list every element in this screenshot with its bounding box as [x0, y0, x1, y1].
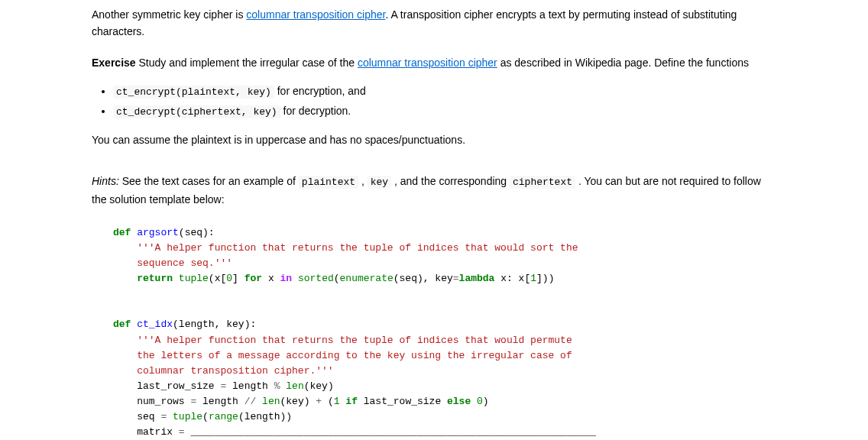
docstring: '''A helper function that returns the tu… — [137, 335, 572, 346]
plaintext-assumption: You can assume the plaintext is in upper… — [92, 131, 776, 148]
code-text: (key) — [304, 380, 334, 392]
kw-else: else — [447, 396, 471, 407]
num-one: 1 — [334, 396, 340, 407]
builtin-tuple: tuple — [173, 411, 202, 422]
code-ct-decrypt: ct_decrypt(ciphertext, key) — [113, 105, 280, 118]
code-blank-line: ________________________________________… — [185, 426, 596, 438]
hints-b: , — [358, 175, 368, 187]
exercise-pre: Study and implement the irregular case o… — [136, 57, 358, 69]
code-text: num_rows — [137, 396, 190, 407]
li2-text: for decryption. — [280, 105, 351, 117]
spacer — [92, 159, 776, 173]
li1-text: for encryption, and — [274, 85, 366, 97]
code-text: ] — [232, 273, 245, 284]
list-item: ct_decrypt(ciphertext, key) for decrypti… — [113, 102, 776, 121]
link-columnar-cipher-1[interactable]: columnar transposition cipher — [246, 8, 385, 21]
op-eq: = — [160, 411, 167, 422]
docstring: the letters of a message according to th… — [137, 350, 572, 361]
argsort-params: (seq): — [179, 227, 215, 238]
code-text: matrix — [137, 426, 179, 438]
exercise-paragraph: Exercise Study and implement the irregul… — [92, 54, 776, 71]
op-floordiv: // — [245, 396, 257, 407]
code-text: ])) — [536, 273, 554, 284]
intro-paragraph: Another symmetric key cipher is columnar… — [92, 6, 776, 40]
code-text: x — [262, 273, 280, 284]
op-pct: % — [274, 380, 280, 392]
num-zero: 0 — [477, 396, 483, 407]
kw-def: def — [113, 319, 131, 330]
hints-paragraph: Hints: See the text cases for an example… — [92, 173, 776, 208]
code-ct-encrypt: ct_encrypt(plaintext, key) — [113, 86, 274, 99]
code-text: (key) — [280, 396, 316, 407]
code-text: (length)) — [238, 411, 292, 422]
builtin-tuple: tuple — [179, 273, 209, 284]
num-one: 1 — [530, 273, 536, 284]
intro-pre: Another symmetric key cipher is — [92, 8, 246, 21]
hints-a: See the text cases for an example of — [119, 175, 299, 187]
kw-lambda: lambda — [459, 273, 495, 284]
code-text: (x[ — [209, 273, 226, 284]
kw-if: if — [345, 396, 358, 407]
code-plaintext: plaintext — [299, 176, 358, 189]
docstring: '''A helper function that returns the tu… — [137, 242, 578, 254]
docstring: columnar transposition cipher.''' — [137, 365, 333, 377]
code-text: seq — [137, 411, 160, 422]
exercise-heading: Exercise — [92, 57, 136, 69]
code-text: last_row_size — [137, 380, 220, 392]
hints-c: , and the corresponding — [391, 175, 510, 187]
num-zero: 0 — [226, 273, 232, 284]
function-list: ct_encrypt(plaintext, key) for encryptio… — [92, 82, 776, 121]
builtin-sorted: sorted — [298, 273, 334, 284]
kw-for: for — [245, 273, 262, 284]
code-text: length — [226, 380, 274, 392]
code-block: def argsort(seq): '''A helper function t… — [92, 219, 776, 440]
op-plus: + — [316, 396, 322, 407]
builtin-range: range — [209, 411, 238, 422]
hints-label: Hints: — [92, 175, 119, 187]
code-text: ) — [483, 396, 489, 407]
kw-def: def — [113, 227, 131, 238]
code-text: ( — [322, 396, 334, 407]
exercise-post: as described in Wikipedia page. Define t… — [497, 57, 749, 69]
op-eq: = — [179, 426, 185, 438]
kw-return: return — [137, 273, 173, 284]
ct-idx-params: (length, key): — [173, 319, 256, 330]
code-text: last_row_size — [358, 396, 447, 407]
builtin-len: len — [286, 380, 303, 392]
fn-argsort: argsort — [137, 227, 179, 238]
code-text: (seq), key — [394, 273, 453, 284]
builtin-len: len — [262, 396, 280, 407]
code-ciphertext: ciphertext — [510, 176, 575, 189]
op-eq: = — [453, 273, 459, 284]
docstring: sequence seq.''' — [137, 257, 232, 269]
code-text: length — [196, 396, 244, 407]
list-item: ct_encrypt(plaintext, key) for encryptio… — [113, 82, 776, 101]
fn-ct-idx: ct_idx — [137, 319, 173, 330]
link-columnar-cipher-2[interactable]: columnar transposition cipher — [358, 57, 497, 69]
code-key: key — [368, 176, 391, 189]
kw-in: in — [280, 273, 293, 284]
builtin-enumerate: enumerate — [340, 273, 394, 284]
code-text: x: x[ — [494, 273, 530, 284]
